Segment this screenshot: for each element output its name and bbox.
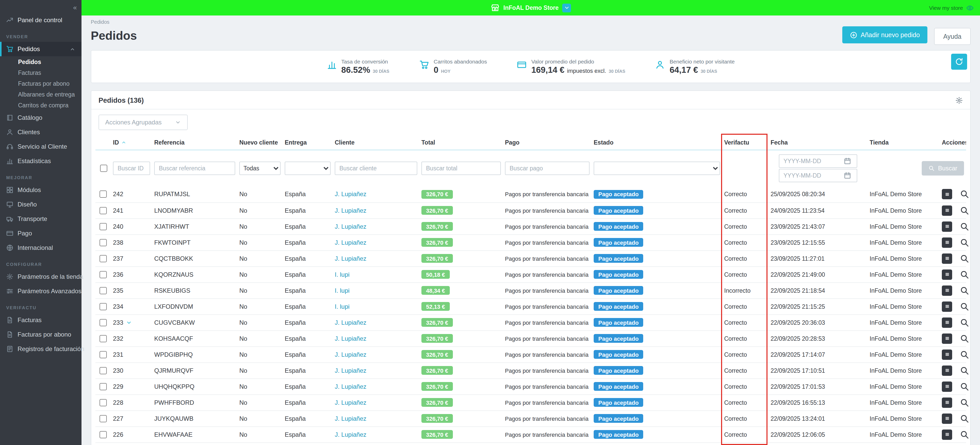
view-order-button[interactable] bbox=[959, 381, 970, 392]
calendar-icon[interactable] bbox=[844, 158, 851, 165]
order-row[interactable]: 231 WPDGIBPHQ No España J. Lupiañez 326,… bbox=[95, 346, 966, 362]
filter-client-input[interactable] bbox=[335, 161, 417, 175]
row-checkbox[interactable] bbox=[100, 415, 107, 422]
order-details-button[interactable] bbox=[942, 317, 952, 327]
view-order-button[interactable] bbox=[959, 397, 970, 408]
view-order-button[interactable] bbox=[959, 285, 970, 295]
view-order-button[interactable] bbox=[959, 237, 970, 247]
order-details-button[interactable] bbox=[942, 205, 952, 215]
client-link[interactable]: J. Lupiañez bbox=[335, 383, 366, 390]
row-checkbox[interactable] bbox=[100, 367, 107, 374]
sidebar-item-transporte[interactable]: Transporte bbox=[0, 212, 81, 226]
col-id[interactable]: ID bbox=[111, 135, 152, 150]
sidebar-item-pago[interactable]: Pago bbox=[0, 226, 81, 241]
expand-row-icon[interactable] bbox=[126, 319, 132, 325]
row-checkbox[interactable] bbox=[100, 223, 107, 230]
sidebar-item-verifactu-facturas-abono[interactable]: Facturas por abono bbox=[0, 327, 81, 342]
filter-delivery-select[interactable] bbox=[285, 161, 331, 175]
select-all-checkbox[interactable] bbox=[100, 164, 107, 172]
view-order-button[interactable] bbox=[959, 253, 970, 263]
order-details-button[interactable] bbox=[942, 381, 952, 392]
row-checkbox[interactable] bbox=[100, 239, 107, 246]
row-checkbox[interactable] bbox=[100, 383, 107, 390]
sidebar-item-estadisticas[interactable]: Estadísticas bbox=[0, 154, 81, 168]
filter-total-input[interactable] bbox=[422, 161, 501, 175]
col-referencia[interactable]: Referencia bbox=[152, 135, 237, 150]
row-checkbox[interactable] bbox=[100, 351, 107, 358]
col-nuevo-cliente[interactable]: Nuevo cliente bbox=[237, 135, 283, 150]
row-checkbox[interactable] bbox=[100, 399, 107, 406]
col-entrega[interactable]: Entrega bbox=[283, 135, 332, 150]
filter-payment-input[interactable] bbox=[505, 161, 590, 175]
client-link[interactable]: J. Lupiañez bbox=[335, 351, 366, 358]
order-row[interactable]: 225 NUXWTESOI No España I. lupi 52,13 € … bbox=[95, 442, 966, 445]
sidebar-item-internacional[interactable]: Internacional bbox=[0, 241, 81, 255]
order-details-button[interactable] bbox=[942, 285, 952, 295]
sidebar-subitem-facturas-abono[interactable]: Facturas por abono bbox=[0, 78, 81, 89]
row-checkbox[interactable] bbox=[100, 319, 107, 326]
order-row[interactable]: 229 UHQHQKPPQ No España J. Lupiañez 326,… bbox=[95, 378, 966, 394]
client-link[interactable]: J. Lupiañez bbox=[335, 319, 366, 326]
client-link[interactable]: J. Lupiañez bbox=[335, 399, 366, 406]
order-row[interactable]: 237 CQCTBBOKK No España J. Lupiañez 326,… bbox=[95, 250, 966, 266]
row-checkbox[interactable] bbox=[100, 207, 107, 214]
row-checkbox[interactable] bbox=[100, 303, 107, 310]
view-order-button[interactable] bbox=[959, 189, 970, 199]
order-row[interactable]: 233 CUGVCBAKW No España J. Lupiañez 326,… bbox=[95, 314, 966, 330]
calendar-icon[interactable] bbox=[844, 172, 851, 179]
sidebar-subitem-carritos[interactable]: Carritos de compra bbox=[0, 100, 81, 110]
col-pago[interactable]: Pago bbox=[503, 135, 592, 150]
order-details-button[interactable] bbox=[942, 301, 952, 311]
order-row[interactable]: 228 PWHFFBORD No España J. Lupiañez 326,… bbox=[95, 394, 966, 410]
order-row[interactable]: 238 FKWTOINPT No España J. Lupiañez 326,… bbox=[95, 234, 966, 250]
sidebar-collapse-button[interactable]: « bbox=[0, 0, 81, 13]
view-order-button[interactable] bbox=[959, 365, 970, 376]
client-link[interactable]: J. Lupiañez bbox=[335, 431, 366, 438]
client-link[interactable]: J. Lupiañez bbox=[335, 191, 366, 198]
client-link[interactable]: J. Lupiañez bbox=[335, 415, 366, 422]
col-estado[interactable]: Estado bbox=[592, 135, 722, 150]
order-details-button[interactable] bbox=[942, 269, 952, 279]
filter-new-client-select[interactable]: Todas bbox=[239, 161, 281, 175]
client-link[interactable]: J. Lupiañez bbox=[335, 239, 366, 246]
filter-status-select[interactable] bbox=[594, 161, 720, 175]
client-link[interactable]: I. lupi bbox=[335, 287, 350, 294]
view-order-button[interactable] bbox=[959, 333, 970, 344]
order-details-button[interactable] bbox=[942, 333, 952, 344]
view-order-button[interactable] bbox=[959, 413, 970, 424]
order-details-button[interactable] bbox=[942, 397, 952, 408]
order-row[interactable]: 240 XJATIRHWT No España J. Lupiañez 326,… bbox=[95, 219, 966, 234]
sidebar-subitem-pedidos[interactable]: Pedidos bbox=[0, 56, 81, 67]
order-details-button[interactable] bbox=[942, 253, 952, 263]
sidebar-item-verifactu-facturas[interactable]: Facturas bbox=[0, 313, 81, 327]
client-link[interactable]: I. lupi bbox=[335, 303, 350, 310]
order-row[interactable]: 241 LNODMYABR No España J. Lupiañez 326,… bbox=[95, 203, 966, 219]
order-details-button[interactable] bbox=[942, 189, 952, 199]
refresh-kpi-button[interactable] bbox=[951, 54, 967, 70]
order-row[interactable]: 236 KQORZNAUS No España I. lupi 50,18 € … bbox=[95, 266, 966, 282]
view-order-button[interactable] bbox=[959, 205, 970, 215]
view-order-button[interactable] bbox=[959, 317, 970, 327]
order-row[interactable]: 230 QJRMURQVF No España J. Lupiañez 326,… bbox=[95, 362, 966, 378]
view-order-button[interactable] bbox=[959, 429, 970, 440]
client-link[interactable]: J. Lupiañez bbox=[335, 335, 366, 342]
order-row[interactable]: 242 RUPATMJSL No España J. Lupiañez 326,… bbox=[95, 187, 966, 203]
sidebar-item-pedidos[interactable]: Pedidos bbox=[0, 42, 81, 56]
store-selector-dropdown[interactable] bbox=[562, 3, 571, 12]
view-order-button[interactable] bbox=[959, 349, 970, 360]
order-row[interactable]: 226 EHVWAFAAE No España J. Lupiañez 326,… bbox=[95, 426, 966, 442]
col-verifactu[interactable]: Verifactu bbox=[722, 135, 768, 150]
sidebar-item-registros-facturacion[interactable]: Registros de facturación bbox=[0, 342, 81, 356]
client-link[interactable]: I. lupi bbox=[335, 271, 350, 278]
order-details-button[interactable] bbox=[942, 429, 952, 440]
sidebar-item-dashboard[interactable]: Panel de control bbox=[0, 13, 81, 27]
row-checkbox[interactable] bbox=[100, 255, 107, 262]
gear-icon[interactable] bbox=[955, 97, 963, 104]
order-details-button[interactable] bbox=[942, 349, 952, 360]
filter-id-input[interactable] bbox=[113, 161, 150, 175]
bulk-actions-dropdown[interactable]: Acciones Agrupadas bbox=[99, 115, 188, 130]
view-order-button[interactable] bbox=[959, 221, 970, 231]
sidebar-item-clientes[interactable]: Clientes bbox=[0, 125, 81, 139]
sidebar-item-diseno[interactable]: Diseño bbox=[0, 197, 81, 212]
sidebar-item-modulos[interactable]: Módulos bbox=[0, 183, 81, 197]
